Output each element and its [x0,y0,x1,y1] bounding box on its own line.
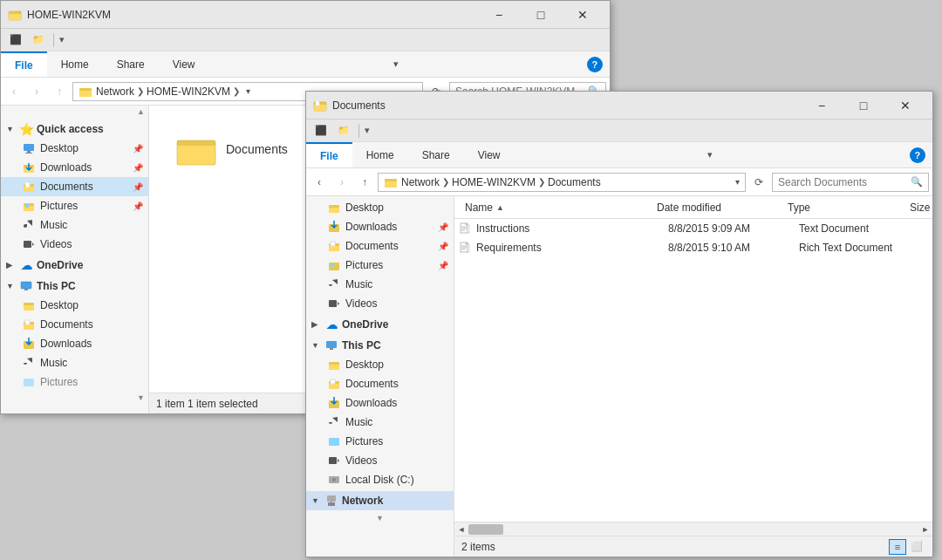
table-row[interactable]: Requirements 8/8/2015 9:10 AM Rich Text … [454,238,932,257]
bg-title-bar: HOME-WIN2KVM − □ ✕ [1,1,610,29]
doc-thispc-pictures-icon [327,434,341,448]
doc-thispc-videos[interactable]: Videos [306,451,454,470]
doc-nav-downloads[interactable]: Downloads 📌 [306,217,454,236]
doc-file-requirements-name: Requirements [476,242,668,254]
doc-qat-new-button[interactable]: 📁 [334,122,353,140]
bg-help-button[interactable]: ? [587,57,603,72]
bg-tab-file[interactable]: File [1,51,47,77]
bg-thispc-desktop[interactable]: Desktop [1,296,148,315]
svg-rect-43 [331,242,335,246]
bg-thispc-header[interactable]: ▼ This PC [1,277,148,296]
doc-nav-pictures[interactable]: Pictures 📌 [306,256,454,275]
doc-thispc-icon [324,338,338,352]
bg-onedrive-header[interactable]: ▶ ☁ OneDrive [1,256,148,275]
bg-thispc-music[interactable]: Music [1,353,148,372]
doc-scroll-right[interactable]: ► [918,522,932,536]
doc-col-name[interactable]: Name ▲ [458,196,650,218]
doc-col-date[interactable]: Date modified [650,196,781,218]
doc-forward-button[interactable]: › [332,173,352,192]
bg-window-title: HOME-WIN2KVM [27,9,479,21]
svg-rect-54 [331,379,335,384]
doc-file-instructions-type: Text Document [799,222,921,235]
doc-file-requirements-icon [458,241,472,255]
bg-thispc-expand: ▼ [6,282,17,290]
doc-maximize-button[interactable]: □ [843,93,884,118]
doc-minimize-button[interactable]: − [802,93,842,118]
doc-help-button[interactable]: ? [910,147,925,163]
bg-documents-tile-label: Documents [226,142,288,156]
bg-thispc-downloads-icon [22,337,36,351]
bg-thispc-downloads[interactable]: Downloads [1,334,148,353]
svg-rect-12 [25,182,30,188]
bg-nav-videos[interactable]: Videos [1,235,148,254]
doc-thispc-localdisk-label: Local Disk (C:) [345,474,448,486]
doc-scroll-thumb[interactable] [468,524,503,535]
doc-thispc-header[interactable]: ▼ This PC [306,336,454,355]
doc-scroll-left[interactable]: ◄ [454,522,468,536]
bg-minimize-button[interactable]: − [479,3,519,27]
doc-tab-share[interactable]: Share [408,142,464,167]
doc-close-button[interactable]: ✕ [885,93,925,118]
doc-crumb-documents[interactable]: Documents [548,176,601,188]
bg-nav-documents[interactable]: Documents 📌 [1,177,148,196]
doc-nav-videos[interactable]: Videos [306,294,454,313]
doc-nav-desktop[interactable]: Desktop [306,198,454,217]
doc-thispc-music[interactable]: Music [306,413,454,432]
bg-thispc-documents[interactable]: Documents [1,315,148,334]
bg-quickaccess-icon: ⭐ [19,122,33,136]
bg-crumb-network[interactable]: Network [96,85,134,98]
table-row[interactable]: Instructions 8/8/2015 9:09 AM Text Docum… [454,219,932,238]
doc-window: Documents − □ ✕ ⬛ 📁 ▾ File Home Share Vi… [305,91,933,557]
bg-qat-newfolder-button[interactable]: 📁 [29,31,48,49]
doc-back-button[interactable]: ‹ [310,173,329,192]
bg-up-button[interactable]: ↑ [50,82,69,101]
doc-view-large-button[interactable]: ⬜ [908,539,925,555]
svg-rect-45 [331,263,334,267]
doc-tab-home[interactable]: Home [352,142,408,167]
doc-crumb-computer[interactable]: HOME-WIN2KVM [452,176,536,188]
doc-qat-prop-button[interactable]: ⬛ [311,122,331,140]
bg-maximize-button[interactable]: □ [521,3,561,27]
doc-tab-view[interactable]: View [464,142,515,167]
bg-nav-music[interactable]: Music [1,215,148,235]
bg-forward-button[interactable]: › [27,82,46,101]
doc-file-requirements-size: 1 KB [921,242,932,254]
bg-back-button[interactable]: ‹ [4,82,24,101]
doc-crumb-network[interactable]: Network [401,176,440,188]
doc-onedrive-header[interactable]: ▶ ☁ OneDrive [306,315,454,334]
doc-refresh-button[interactable]: ⟳ [749,173,768,192]
doc-network-header[interactable]: ▼ Network [306,491,454,510]
doc-col-type[interactable]: Type [781,196,903,218]
doc-ribbon-expand: ▾ [707,149,713,160]
bg-quickaccess-header[interactable]: ▼ ⭐ Quick access [1,120,148,139]
doc-address-path[interactable]: Network ❯ HOME-WIN2KVM ❯ Documents ▾ [378,173,746,192]
svg-rect-61 [327,495,336,502]
bg-tab-view[interactable]: View [159,51,209,77]
doc-col-size[interactable]: Size [903,196,932,218]
doc-view-details-button[interactable]: ≡ [889,539,906,555]
bg-tab-home[interactable]: Home [47,51,103,77]
doc-nav-music[interactable]: Music [306,275,454,294]
svg-rect-4 [79,91,92,97]
doc-thispc-expand: ▼ [311,341,322,350]
doc-thispc-documents[interactable]: Documents [306,374,454,393]
bg-nav-pictures[interactable]: Pictures 📌 [1,196,148,215]
bg-tab-share[interactable]: Share [103,51,159,77]
doc-thispc-localdisk[interactable]: Local Disk (C:) [306,470,454,489]
bg-thispc-pictures-label: Pictures [40,376,143,388]
doc-nav-documents[interactable]: Documents 📌 [306,236,454,256]
bg-nav-scroll-up: ▲ [1,106,148,118]
bg-qat-properties-button[interactable]: ⬛ [6,31,25,49]
bg-close-button[interactable]: ✕ [563,3,603,27]
bg-thispc-pictures[interactable]: Pictures [1,372,148,392]
doc-search-input[interactable] [778,176,911,188]
bg-nav-downloads[interactable]: Downloads 📌 [1,158,148,177]
doc-thispc-desktop[interactable]: Desktop [306,355,454,374]
bg-crumb-computer[interactable]: HOME-WIN2KVM [147,85,230,98]
doc-tab-file[interactable]: File [306,142,352,167]
doc-thispc-downloads[interactable]: Downloads [306,393,454,413]
bg-window-controls: − □ ✕ [479,3,603,27]
doc-thispc-pictures[interactable]: Pictures [306,432,454,451]
doc-up-button[interactable]: ↑ [355,173,374,192]
bg-nav-desktop[interactable]: Desktop 📌 [1,139,148,158]
